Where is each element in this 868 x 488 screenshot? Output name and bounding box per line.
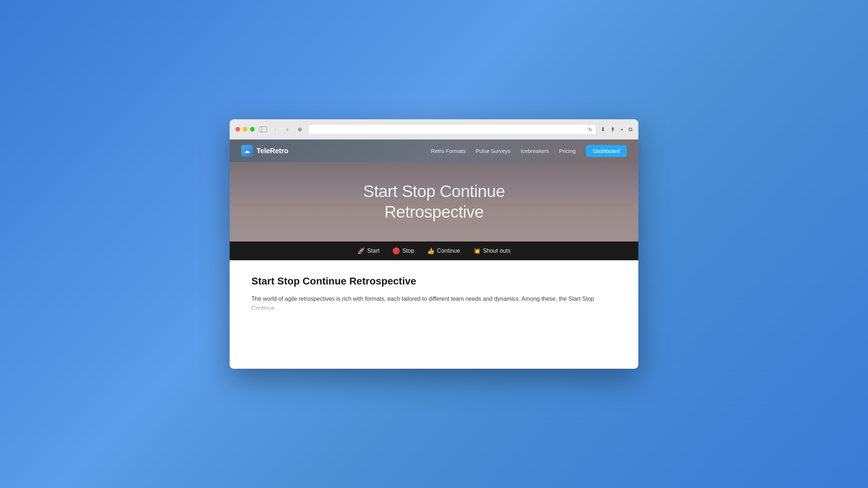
traffic-lights: [235, 127, 255, 132]
browser-actions: ⬇ ⬆ + ⧉: [601, 126, 633, 133]
tab-overview-icon[interactable]: ⧉: [629, 126, 633, 133]
share-icon[interactable]: ⬆: [610, 126, 615, 133]
logo-text: TeleRetro: [256, 147, 288, 155]
browser-window: ‹ › ⊕ ↻ ⬇ ⬆ + ⧉ ☁ TeleRetro Retro Format…: [230, 119, 638, 369]
back-button[interactable]: ‹: [271, 125, 279, 133]
nav-link-icebreakers[interactable]: Icebreakers: [520, 148, 549, 154]
minimize-button[interactable]: [243, 127, 247, 132]
hero-section: Start Stop Continue Retrospective: [230, 162, 638, 241]
page-content: ☁ TeleRetro Retro Formats Pulse Surveys …: [230, 140, 638, 369]
tab-start[interactable]: 🚀 Start: [357, 247, 379, 255]
stop-icon: 🛑: [392, 247, 400, 255]
content-title: Start Stop Continue Retrospective: [251, 275, 617, 287]
refresh-button[interactable]: ↻: [588, 127, 592, 132]
site-nav: ☁ TeleRetro Retro Formats Pulse Surveys …: [230, 140, 638, 162]
tabs-bar: 🚀 Start 🛑 Stop 👍 Continue 💥 Shout outs: [230, 241, 638, 260]
dashboard-button[interactable]: Dashboard: [586, 145, 627, 157]
logo-link[interactable]: ☁ TeleRetro: [241, 145, 288, 157]
nav-link-pulse-surveys[interactable]: Pulse Surveys: [476, 148, 511, 154]
address-bar[interactable]: ↻: [308, 124, 596, 135]
forward-button[interactable]: ›: [284, 125, 292, 133]
tab-stop-label: Stop: [402, 248, 414, 254]
rocket-icon: 🚀: [357, 247, 365, 255]
nav-link-pricing[interactable]: Pricing: [559, 148, 576, 154]
url-input[interactable]: [312, 127, 586, 132]
new-tab-icon[interactable]: +: [620, 126, 624, 132]
content-body-wrapper: The world of agile retrospectives is ric…: [251, 294, 617, 313]
tab-stop[interactable]: 🛑 Stop: [392, 247, 414, 255]
tab-shoutouts-label: Shout outs: [483, 248, 511, 254]
tab-continue[interactable]: 👍 Continue: [427, 247, 460, 255]
tab-start-label: Start: [367, 248, 379, 254]
star-icon: 💥: [473, 247, 481, 255]
logo-icon: ☁: [241, 145, 253, 157]
sidebar-toggle-icon[interactable]: [259, 127, 267, 132]
nav-links: Retro Formats Pulse Surveys Icebreakers …: [431, 145, 627, 157]
privacy-icon: ⊕: [296, 125, 304, 133]
thumbsup-icon: 👍: [427, 247, 435, 255]
close-button[interactable]: [235, 127, 240, 132]
tab-shoutouts[interactable]: 💥 Shout outs: [473, 247, 511, 255]
content-body: The world of agile retrospectives is ric…: [251, 294, 617, 313]
download-icon[interactable]: ⬇: [601, 126, 605, 133]
nav-link-retro-formats[interactable]: Retro Formats: [431, 148, 466, 154]
content-area: Start Stop Continue Retrospective The wo…: [230, 260, 638, 369]
tab-continue-label: Continue: [437, 248, 460, 254]
hero-title: Start Stop Continue Retrospective: [363, 181, 505, 223]
maximize-button[interactable]: [250, 127, 255, 132]
browser-chrome: ‹ › ⊕ ↻ ⬇ ⬆ + ⧉: [230, 119, 638, 140]
